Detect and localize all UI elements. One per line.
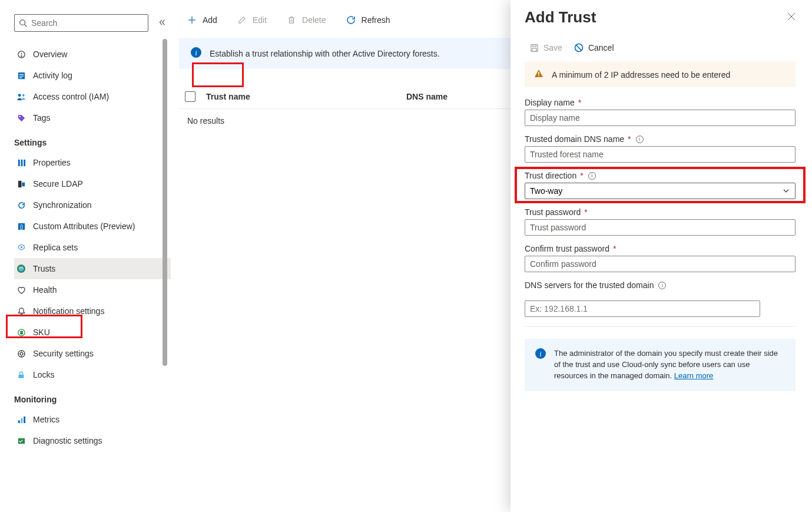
sidebar-item-label: Activity log: [33, 71, 72, 80]
sidebar-item-diagnostic-settings[interactable]: Diagnostic settings: [14, 430, 171, 451]
sidebar-item-label: Trusts: [33, 264, 55, 273]
trust-direction-select[interactable]: Two-way: [525, 183, 796, 199]
bell-icon: [16, 306, 26, 316]
display-name-label: Display name: [525, 98, 575, 107]
svg-rect-39: [532, 44, 536, 47]
tag-icon: [16, 113, 26, 123]
sidebar-item-access-control-iam-[interactable]: Access control (IAM): [14, 86, 171, 107]
sidebar-item-label: Health: [33, 285, 57, 295]
sidebar-item-properties[interactable]: Properties: [14, 152, 171, 173]
svg-rect-43: [538, 72, 539, 75]
info-icon[interactable]: i: [588, 172, 596, 180]
delete-button: Delete: [279, 12, 334, 28]
learn-more-link[interactable]: Learn more: [674, 371, 713, 380]
trust-direction-label: Trust direction: [525, 171, 576, 180]
select-all-checkbox[interactable]: [185, 91, 206, 102]
sidebar-item-label: SKU: [33, 328, 50, 337]
sidebar-item-label: Diagnostic settings: [33, 436, 102, 445]
sidebar-item-label: Notification settings: [33, 306, 104, 316]
svg-text:$: $: [20, 330, 23, 335]
svg-rect-15: [18, 180, 21, 187]
cancel-icon: [574, 43, 584, 52]
settings-heading: Settings: [14, 132, 171, 152]
svg-rect-13: [21, 159, 22, 166]
dns-name-label: Trusted domain DNS name: [525, 134, 624, 144]
save-icon: [529, 43, 539, 52]
sidebar-item-label: Custom Attributes (Preview): [33, 222, 135, 231]
svg-point-4: [21, 55, 22, 57]
lock-icon: [16, 370, 26, 379]
trust-password-label: Trust password: [525, 207, 581, 217]
attributes-icon: {}: [16, 222, 26, 231]
svg-text:{}: {}: [19, 224, 23, 230]
sidebar-item-tags[interactable]: Tags: [14, 107, 171, 128]
warning-text: A minimum of 2 IP addresses need to be e…: [552, 70, 730, 80]
activity-icon: [16, 71, 26, 80]
svg-rect-8: [19, 77, 22, 78]
display-name-input[interactable]: [525, 110, 796, 126]
search-icon: [18, 18, 28, 28]
security-icon: [16, 349, 26, 358]
sidebar-item-metrics[interactable]: Metrics: [14, 409, 171, 430]
svg-rect-16: [22, 182, 25, 186]
diag-icon: [16, 436, 26, 445]
edit-button: Edit: [229, 12, 275, 28]
sidebar-item-trusts[interactable]: Trusts: [14, 258, 171, 279]
sidebar-item-secure-ldap[interactable]: Secure LDAP: [14, 173, 171, 194]
warning-banner: A minimum of 2 IP addresses need to be e…: [525, 62, 796, 87]
trash-icon: [287, 15, 296, 25]
svg-rect-44: [538, 75, 539, 77]
confirm-password-label: Confirm trust password: [525, 244, 609, 253]
svg-rect-7: [19, 75, 24, 76]
close-icon[interactable]: [787, 12, 796, 23]
trust-name-header[interactable]: Trust name: [206, 92, 406, 101]
sidebar-item-replica-sets[interactable]: Replica sets: [14, 237, 171, 258]
sidebar-item-overview[interactable]: Overview: [14, 44, 171, 65]
svg-text:i: i: [539, 350, 542, 358]
svg-line-42: [576, 45, 581, 50]
dns-name-input[interactable]: [525, 146, 796, 163]
collapse-sidebar-icon[interactable]: [158, 18, 166, 28]
dns-server-input[interactable]: [525, 300, 760, 317]
sidebar-item-label: Synchronization: [33, 200, 92, 210]
refresh-button[interactable]: Refresh: [338, 12, 399, 28]
info-block-text: The administrator of the domain you spec…: [554, 349, 778, 380]
sidebar-item-custom-attributes-preview-[interactable]: {}Custom Attributes (Preview): [14, 216, 171, 237]
sidebar-item-label: Access control (IAM): [33, 92, 109, 101]
sidebar-item-locks[interactable]: Locks: [14, 364, 171, 385]
trusts-icon: [16, 264, 26, 273]
sidebar-item-activity-log[interactable]: Activity log: [14, 65, 171, 86]
sidebar-item-label: Tags: [33, 113, 51, 123]
svg-point-0: [20, 20, 25, 25]
overview-icon: [16, 49, 26, 59]
confirm-password-input[interactable]: [525, 256, 796, 272]
required-marker: *: [578, 98, 581, 107]
sidebar-item-label: Metrics: [33, 415, 59, 424]
sidebar-item-health[interactable]: Health: [14, 279, 171, 300]
cancel-button[interactable]: Cancel: [574, 43, 614, 52]
panel-title: Add Trust: [525, 8, 596, 27]
svg-rect-26: [19, 374, 24, 378]
add-button[interactable]: Add: [179, 12, 226, 28]
replica-icon: [16, 243, 26, 252]
info-icon[interactable]: i: [658, 282, 666, 289]
pencil-icon: [237, 15, 247, 25]
svg-rect-14: [24, 159, 25, 166]
plus-icon: [187, 15, 197, 25]
info-icon[interactable]: i: [636, 136, 644, 143]
sync-icon: [16, 200, 26, 210]
trust-password-input[interactable]: [525, 219, 796, 236]
add-trust-panel: Add Trust Save Cancel A minimum of 2 IP …: [511, 0, 812, 512]
properties-icon: [16, 158, 26, 167]
sidebar-item-notification-settings[interactable]: Notification settings: [14, 300, 171, 322]
sidebar-search-input[interactable]: [14, 14, 148, 32]
sidebar-item-label: Locks: [33, 370, 55, 379]
info-icon: i: [535, 348, 546, 382]
info-icon: i: [191, 47, 201, 60]
sidebar-scrollbar[interactable]: [163, 39, 167, 366]
sidebar-item-synchronization[interactable]: Synchronization: [14, 194, 171, 216]
nav-top-section: OverviewActivity logAccess control (IAM)…: [14, 44, 171, 128]
sidebar-item-security-settings[interactable]: Security settings: [14, 343, 171, 364]
svg-point-11: [19, 115, 20, 117]
sidebar-item-sku[interactable]: $SKU: [14, 322, 171, 343]
